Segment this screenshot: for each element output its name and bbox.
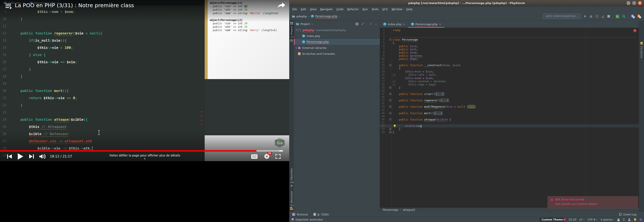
line-number: 26	[380, 96, 384, 99]
progress-bar[interactable]	[0, 150, 289, 152]
share-arrow-icon[interactable]	[276, 1, 286, 10]
video-player[interactable]: phpindex.php✕phpPersonnage.php✕ 9 $this-…	[0, 0, 289, 222]
menu-help[interactable]: Help	[404, 8, 414, 11]
editor-area[interactable]: index.php✕Personnage.php✕ 1<?php234−clas…	[380, 21, 639, 212]
tree-item-personnage-php[interactable]: Personnage.php	[294, 39, 380, 45]
close-button[interactable]: ✕	[638, 1, 642, 5]
translate-orange-icon[interactable]: SA	[638, 14, 641, 18]
fold-plus-icon[interactable]: +	[389, 112, 391, 114]
person-icon[interactable]	[628, 218, 631, 221]
menu-refactor[interactable]: Refactor	[345, 8, 361, 11]
fold-plus-icon[interactable]: +	[389, 93, 391, 95]
editor-line-2: 2	[380, 32, 639, 35]
search-icon[interactable]	[622, 14, 626, 18]
toolwindow-label: 6: TODO	[318, 213, 329, 216]
fold-minus-icon[interactable]: −	[389, 118, 391, 120]
caret-position-widget[interactable]: 52:20	[569, 218, 576, 221]
star-icon: ★	[290, 184, 293, 187]
folder-icon	[292, 15, 295, 18]
next-button[interactable]	[29, 152, 34, 161]
breadcrumb-project[interactable]: pdophp	[296, 15, 307, 18]
chevron-down-icon[interactable]: ∨	[110, 158, 180, 160]
subtitles-button[interactable]	[251, 152, 258, 161]
menu-run[interactable]: Run	[361, 8, 370, 11]
sidebar-tab-structure[interactable]: 7: Structure	[289, 191, 294, 210]
bell-icon[interactable]	[634, 218, 636, 221]
coverage-icon[interactable]	[595, 15, 598, 18]
tree-item-label: pdophp	[302, 28, 314, 32]
toolwindow-button-6-todo[interactable]: 6: TODO	[313, 213, 329, 216]
editor-body[interactable]: 1<?php234−class Personnage5{6 public $vi…	[380, 28, 639, 208]
settings-gear-icon[interactable]: HD	[264, 152, 270, 161]
toolwindow-button-terminal[interactable]: Terminal	[292, 213, 308, 216]
menu-code[interactable]: Code	[334, 8, 345, 11]
editor-tab-Personnage.php[interactable]: Personnage.php✕	[408, 21, 444, 28]
bug-icon[interactable]	[590, 15, 592, 18]
menu-file[interactable]: File	[290, 8, 299, 11]
fold-plus-icon[interactable]: +	[389, 99, 391, 101]
stripe-circle-icon[interactable]	[290, 39, 293, 42]
volume-icon[interactable]	[39, 152, 46, 161]
menu-navigate[interactable]: Navigate	[318, 8, 334, 11]
fold-minus-icon[interactable]: −	[389, 38, 391, 40]
fold-end-icon[interactable]: ∨	[389, 86, 391, 88]
window-title-bar[interactable]: pdophp [/var/www/html/pdophp] - .../Pers…	[289, 0, 644, 6]
event-log-button[interactable]: Event Log	[619, 213, 636, 216]
play-button[interactable]	[18, 152, 23, 161]
stop-icon[interactable]	[608, 15, 610, 18]
menu-vcs[interactable]: VCS	[380, 8, 390, 11]
code-text: public function crier(){...}	[392, 92, 444, 96]
tree-item-scratches-and-consoles[interactable]: Scratches and Consoles	[294, 51, 380, 57]
breadcrumb-file[interactable]: Personnage.php	[315, 14, 338, 18]
tree-item-pdophp[interactable]: ▾pdophp/var/www/html/pdophp	[294, 27, 380, 33]
sidebar-tab-project[interactable]: 1: Project	[289, 21, 294, 40]
theme-widget[interactable]: Custom Theme	[540, 218, 566, 222]
tree-item-index-php[interactable]: index.php	[294, 33, 380, 39]
video-code-line: 25 $this // Attaquant	[0, 123, 205, 130]
editor-line-11: 11	[380, 60, 639, 64]
menu-tools[interactable]: Tools	[370, 8, 380, 11]
chevron-right-icon[interactable]: ▸	[295, 46, 298, 49]
locate-icon[interactable]	[356, 22, 358, 26]
previous-button[interactable]	[7, 152, 12, 161]
gmark-icon[interactable]: G	[640, 218, 642, 221]
sidebar-tab-favorites[interactable]: 2: Favorites ★	[289, 168, 294, 187]
updown-icon[interactable]	[623, 218, 625, 221]
status-select-4-spaces[interactable]: 4 spaces∨	[601, 218, 614, 221]
collapse-all-icon[interactable]	[361, 22, 364, 25]
editor-tab-index.php[interactable]: index.php✕	[380, 21, 408, 28]
tree-item-external-libraries[interactable]: ▸External Libraries	[294, 45, 380, 51]
terminal-icon[interactable]	[616, 14, 619, 18]
breadcrumb-class[interactable]: Personnage	[383, 208, 398, 212]
fold-minus-icon[interactable]: −	[389, 64, 391, 66]
error-indicator-badge[interactable]: !	[633, 29, 636, 32]
sidebar-tab-database[interactable]: Database	[639, 42, 644, 58]
video-code-line: 20 public function mort(){	[0, 87, 205, 94]
phone-icon[interactable]	[601, 15, 605, 18]
playlist-icon[interactable]	[6, 4, 12, 9]
fold-plus-icon[interactable]: +	[389, 106, 391, 108]
fold-end-icon[interactable]: ∨	[389, 131, 391, 133]
status-select-utf-8[interactable]: UTF-8∨	[588, 218, 598, 221]
fold-end-icon[interactable]: ∨	[389, 128, 391, 130]
menu-view[interactable]: View	[308, 8, 318, 11]
theater-mode-button[interactable]	[275, 152, 281, 161]
close-icon[interactable]: ✕	[439, 23, 441, 26]
minimize-button[interactable]: –	[626, 1, 630, 5]
close-icon[interactable]: ✕	[403, 23, 405, 26]
ide-error-notification[interactable]: IDE Error Occurred See Details and Submi…	[548, 196, 638, 208]
maximize-button[interactable]: ▢	[632, 1, 636, 5]
kebab-menu-icon[interactable]: ⋮	[369, 22, 372, 26]
todo-icon	[313, 213, 316, 216]
notification-link[interactable]: See Details and Submit Report	[555, 202, 635, 206]
menu-window[interactable]: Window	[390, 8, 404, 11]
lock-icon[interactable]	[617, 218, 620, 221]
menu-edit[interactable]: Edit	[299, 8, 308, 11]
chevron-down-icon[interactable]: ▾	[295, 29, 298, 32]
run-play-icon[interactable]	[584, 15, 587, 18]
translate-blue-icon[interactable]: GA	[631, 14, 635, 18]
hide-panel-icon[interactable]: —	[375, 22, 378, 26]
breadcrumb-method[interactable]: attaque()	[403, 208, 415, 212]
add-configuration-button[interactable]: ADD CONFIGURATION...	[543, 14, 581, 19]
status-select-lf[interactable]: LF∨	[580, 218, 584, 221]
